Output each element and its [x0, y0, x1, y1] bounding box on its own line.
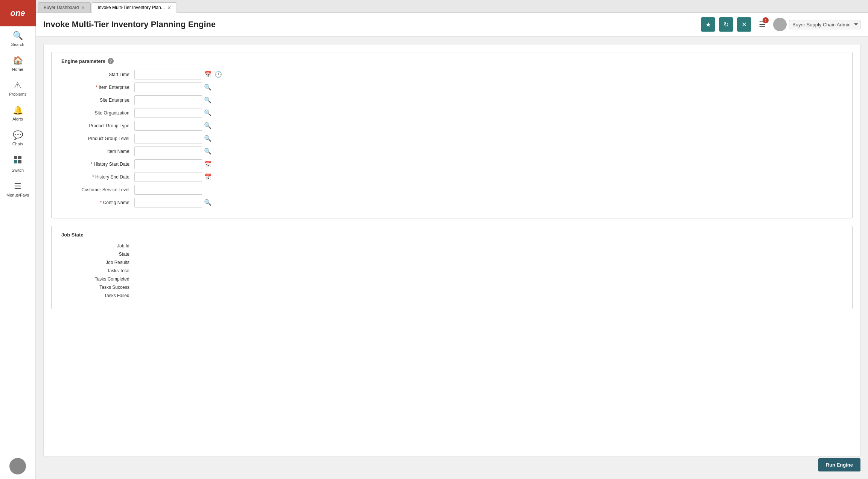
product-group-type-input[interactable]: [134, 121, 202, 131]
tab-invoke[interactable]: Invoke Multi-Tier Inventory Plan... ✕: [92, 2, 177, 13]
item-enterprise-label: Item Enterprise:: [59, 85, 134, 90]
sidebar-item-home[interactable]: 🏠 Home: [0, 51, 35, 76]
sidebar-item-label-problems: Problems: [9, 92, 26, 96]
site-enterprise-search-btn[interactable]: 🔍: [203, 96, 213, 104]
site-enterprise-input[interactable]: [134, 95, 202, 105]
item-name-label: Item Name:: [59, 149, 134, 154]
sidebar-item-chats[interactable]: 💬 Chats: [0, 126, 35, 151]
site-organization-label: Site Organization:: [59, 110, 134, 116]
history-start-date-input[interactable]: [134, 159, 202, 169]
notification-badge: 1: [763, 17, 769, 23]
product-group-level-input[interactable]: [134, 134, 202, 143]
config-name-input[interactable]: [134, 198, 202, 207]
sidebar-item-label-switch: Switch: [12, 168, 24, 172]
tab-buyer-dashboard-close[interactable]: ✕: [81, 5, 85, 10]
sidebar-item-alerts[interactable]: 🔔 Alerts: [0, 101, 35, 126]
refresh-button[interactable]: ↻: [719, 17, 733, 32]
sidebar: one 🔍 Search 🏠 Home ⚠ Problems 🔔 Alerts …: [0, 0, 36, 479]
item-name-input-group: 🔍: [134, 146, 213, 156]
run-engine-button[interactable]: Run Engine: [818, 458, 860, 471]
product-group-level-input-group: 🔍: [134, 134, 213, 143]
history-end-date-row: History End Date: 📅: [59, 172, 845, 182]
sidebar-avatar[interactable]: [9, 458, 26, 474]
tab-invoke-label: Invoke Multi-Tier Inventory Plan...: [97, 5, 164, 10]
item-name-search-btn[interactable]: 🔍: [203, 148, 213, 155]
tab-invoke-close[interactable]: ✕: [167, 5, 171, 10]
svg-rect-1: [18, 156, 21, 159]
svg-rect-0: [14, 156, 17, 159]
page-title: Invoke Multi-Tier Inventory Planning Eng…: [43, 20, 697, 29]
favorite-button[interactable]: ★: [701, 17, 715, 32]
engine-parameters-legend: Engine parameters ?: [59, 58, 845, 64]
sidebar-item-problems[interactable]: ⚠ Problems: [0, 76, 35, 101]
sidebar-item-switch[interactable]: Switch: [0, 151, 35, 177]
history-start-date-label: History Start Date:: [59, 162, 134, 167]
site-organization-row: Site Organization: 🔍: [59, 108, 845, 118]
sidebar-item-label-home: Home: [12, 67, 23, 72]
main-area: Buyer Dashboard ✕ Invoke Multi-Tier Inve…: [36, 0, 868, 479]
product-group-level-search-btn[interactable]: 🔍: [203, 135, 213, 142]
item-enterprise-row: Item Enterprise: 🔍: [59, 82, 845, 92]
content-area: Engine parameters ? Start Time: 📅 🕐 Item: [36, 37, 868, 479]
config-name-search-btn[interactable]: 🔍: [203, 199, 213, 206]
sidebar-item-menus[interactable]: ☰ Menus/Favs: [0, 177, 35, 202]
site-enterprise-label: Site Enterprise:: [59, 98, 134, 103]
tasks-total-row: Tasks Total:: [59, 268, 845, 273]
chat-icon: 💬: [13, 130, 23, 140]
tasks-failed-row: Tasks Failed:: [59, 293, 845, 298]
menu-icon: ☰: [14, 182, 21, 191]
item-enterprise-input[interactable]: [134, 82, 202, 92]
customer-service-level-input-group: [134, 185, 202, 195]
start-time-row: Start Time: 📅 🕐: [59, 70, 845, 79]
search-icon: 🔍: [13, 31, 23, 41]
sidebar-item-label-chats: Chats: [12, 142, 23, 146]
history-start-date-row: History Start Date: 📅: [59, 159, 845, 169]
tab-buyer-dashboard[interactable]: Buyer Dashboard ✕: [38, 2, 91, 12]
page-header: Invoke Multi-Tier Inventory Planning Eng…: [36, 13, 868, 37]
job-state-section: Job State Job Id: State: Job Results: Ta…: [51, 226, 853, 309]
product-group-type-search-btn[interactable]: 🔍: [203, 122, 213, 130]
customer-service-level-input[interactable]: [134, 185, 202, 195]
site-organization-search-btn[interactable]: 🔍: [203, 109, 213, 117]
history-end-date-label: History End Date:: [59, 174, 134, 180]
sidebar-item-label-alerts: Alerts: [12, 117, 23, 121]
history-end-date-input-group: 📅: [134, 172, 213, 182]
history-end-date-input[interactable]: [134, 172, 202, 182]
avatar: [773, 18, 787, 31]
notification-button[interactable]: ☰ 1: [755, 17, 769, 32]
history-end-date-calendar-btn[interactable]: 📅: [203, 173, 213, 181]
svg-rect-2: [14, 160, 17, 163]
sidebar-item-search[interactable]: 🔍 Search: [0, 26, 35, 51]
job-state-title: Job State: [61, 232, 84, 238]
start-time-clock-btn[interactable]: 🕐: [213, 71, 223, 78]
site-enterprise-input-group: 🔍: [134, 95, 213, 105]
tasks-total-label: Tasks Total:: [59, 268, 134, 273]
engine-parameters-section: Engine parameters ? Start Time: 📅 🕐 Item: [51, 52, 853, 218]
start-time-input[interactable]: [134, 70, 202, 79]
product-group-type-input-group: 🔍: [134, 121, 213, 131]
site-organization-input[interactable]: [134, 108, 202, 118]
job-results-row: Job Results:: [59, 260, 845, 265]
start-time-calendar-btn[interactable]: 📅: [203, 71, 213, 78]
help-icon[interactable]: ?: [108, 58, 114, 64]
customer-service-level-row: Customer Service Level:: [59, 185, 845, 195]
start-time-label: Start Time:: [59, 72, 134, 77]
job-state-legend: Job State: [59, 232, 845, 238]
config-name-row: Config Name: 🔍: [59, 198, 845, 207]
item-name-row: Item Name: 🔍: [59, 146, 845, 156]
item-enterprise-input-group: 🔍: [134, 82, 213, 92]
user-dropdown[interactable]: Buyer Supply Chain Admin: [789, 20, 860, 29]
item-name-input[interactable]: [134, 146, 202, 156]
app-logo[interactable]: one: [0, 0, 36, 26]
history-start-date-calendar-btn[interactable]: 📅: [203, 160, 213, 168]
product-group-level-row: Product Group Level: 🔍: [59, 134, 845, 143]
content-inner: Engine parameters ? Start Time: 📅 🕐 Item: [43, 44, 860, 456]
tasks-failed-label: Tasks Failed:: [59, 293, 134, 298]
item-enterprise-search-btn[interactable]: 🔍: [203, 84, 213, 91]
site-enterprise-row: Site Enterprise: 🔍: [59, 95, 845, 105]
sidebar-item-label-search: Search: [11, 42, 24, 47]
tasks-completed-row: Tasks Completed:: [59, 276, 845, 282]
close-button[interactable]: ✕: [737, 17, 751, 32]
config-name-input-group: 🔍: [134, 198, 213, 207]
user-section: Buyer Supply Chain Admin: [773, 18, 860, 31]
